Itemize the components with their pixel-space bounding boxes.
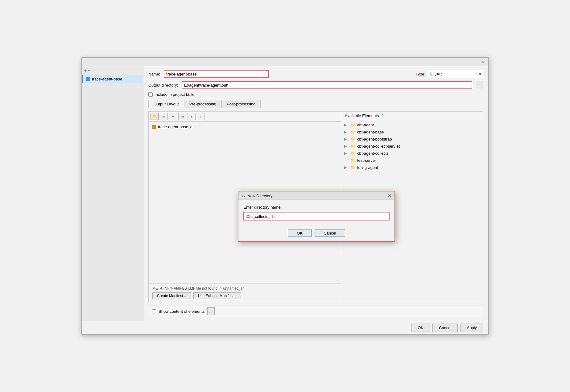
chevron-right-icon: ▶ — [344, 123, 349, 127]
type-select[interactable]: ⬡ JAR ▾ — [428, 70, 483, 78]
modal-close-button[interactable]: ✕ — [388, 193, 391, 198]
item-label: cbt-agent-collect-servlet — [357, 144, 400, 149]
manifest-message: META-INF/MANIFEST.MF file not found in '… — [152, 286, 337, 291]
modal-prompt: Enter directory name: — [243, 205, 390, 210]
add-icon: + — [163, 114, 165, 119]
type-select-value: JAR — [435, 72, 442, 76]
jar-name: trace-agent-base.jar — [158, 125, 194, 129]
modal-cancel-button[interactable]: Cancel — [315, 229, 345, 237]
folder-icon: 📁 — [350, 151, 355, 156]
folder-icon: 📁 — [350, 144, 355, 149]
chevron-right-icon: ▶ — [344, 130, 349, 134]
include-label[interactable]: Include in project build — [155, 92, 194, 97]
up-icon: ↑ — [191, 114, 193, 119]
folder-icon: 📁 — [350, 137, 355, 141]
folder-icon: 📁 — [350, 165, 355, 170]
use-existing-manifest-button[interactable]: Use Existing Manifest... — [193, 292, 241, 299]
name-label: Name: — [148, 72, 160, 76]
sidebar-item-label: trace-agent-base — [92, 77, 122, 81]
type-select-icon: ⬡ — [430, 72, 433, 76]
modal-body: Enter directory name: — [238, 200, 394, 228]
item-label: cbt-agent-collects — [357, 151, 389, 156]
new-directory-modal: 🗂 New Directory ✕ Enter directory name: … — [238, 191, 395, 242]
sort-button[interactable]: ↕z — [178, 113, 186, 120]
browse-button[interactable]: ... — [476, 81, 483, 89]
ok-button[interactable]: OK — [411, 324, 430, 332]
modal-title-bar: 🗂 New Directory ✕ — [238, 192, 394, 200]
modal-ok-button[interactable]: OK — [288, 229, 312, 237]
list-item[interactable]: ▶ 📁 cbt-agent-collect-servlet — [342, 143, 482, 150]
available-header: Available Elements ? — [341, 112, 483, 120]
create-manifest-button[interactable]: Create Manifest... — [152, 292, 191, 299]
list-item[interactable]: ▶ 📁 cbt-agent-base — [342, 129, 482, 136]
list-item[interactable]: ▶ 📁 tuling-agent — [342, 164, 482, 171]
bottom-bar: Show content of elements ... — [148, 305, 483, 317]
include-checkbox[interactable] — [148, 92, 153, 97]
include-checkbox-row: Include in project build — [148, 92, 483, 97]
type-container: Type: ⬡ JAR ▾ — [415, 70, 483, 78]
add-element-button[interactable]: + — [160, 113, 168, 120]
folder-icon: 📁 — [350, 123, 355, 127]
type-label: Type: — [415, 72, 425, 76]
sidebar-toolbar: + − — [82, 66, 143, 75]
title-bar: ✕ — [82, 58, 488, 66]
modal-title-content: 🗂 New Directory — [242, 193, 273, 198]
manifest-section: META-INF/MANIFEST.MF file not found in '… — [149, 284, 341, 302]
tab-pre-processing[interactable]: Pre-processing — [184, 100, 221, 108]
output-toolbar: 📁 + − ↕z ↑ — [149, 112, 341, 122]
tree-item[interactable]: J trace-agent-base.jar — [151, 124, 339, 130]
folder-icon: 📁 — [350, 158, 355, 163]
item-label: cbt-agent-bootstrap — [357, 137, 392, 141]
help-icon[interactable]: ? — [381, 113, 384, 118]
item-label: tuling-agent — [357, 165, 378, 170]
move-up-button[interactable]: ↑ — [188, 113, 196, 120]
chevron-down-icon: ▾ — [479, 72, 481, 76]
sidebar: + − trace-agent-base — [82, 66, 143, 321]
item-label: test-server — [357, 158, 376, 163]
close-button[interactable]: ✕ — [480, 59, 486, 65]
tab-post-processing[interactable]: Post-processing — [221, 100, 261, 108]
available-title: Available Elements — [345, 113, 379, 118]
manifest-buttons: Create Manifest... Use Existing Manifest… — [152, 292, 337, 299]
remove-artifact-button[interactable]: − — [88, 68, 90, 73]
directory-name-input[interactable] — [243, 212, 390, 221]
sort-icon: ↕z — [180, 114, 184, 119]
modal-icon: 🗂 — [242, 193, 246, 198]
chevron-right-icon: ▶ — [344, 144, 349, 148]
list-item[interactable]: ▶ 📁 test-server — [342, 157, 482, 164]
down-icon: ↓ — [200, 114, 202, 119]
list-item[interactable]: ▶ 📁 cbt-agent-bootstrap — [342, 136, 482, 143]
chevron-right-icon: ▶ — [344, 165, 349, 169]
dialog-footer: OK Cancel Apply — [82, 321, 488, 334]
list-item[interactable]: ▶ 📁 cbt-agent-collects — [342, 150, 482, 157]
show-content-label[interactable]: Show content of elements — [159, 309, 205, 314]
chevron-right-icon: ▶ — [344, 137, 349, 141]
item-label: cbt-agent-base — [357, 130, 384, 134]
apply-button[interactable]: Apply — [460, 324, 483, 332]
chevron-right-icon: ▶ — [344, 151, 349, 155]
cancel-button[interactable]: Cancel — [432, 324, 458, 332]
add-directory-button[interactable]: 📁 — [151, 113, 159, 120]
move-down-button[interactable]: ↓ — [197, 113, 205, 120]
folder-icon: 📁 — [152, 114, 157, 119]
list-item[interactable]: ▶ 📁 cbt-agent — [342, 121, 482, 129]
tabs-bar: Output Layout Pre-processing Post-proces… — [148, 100, 483, 108]
modal-title: New Directory — [247, 193, 273, 198]
folder-icon: 📁 — [350, 130, 355, 134]
add-artifact-button[interactable]: + — [84, 68, 87, 73]
show-content-checkbox[interactable] — [152, 309, 156, 313]
modal-footer: OK Cancel — [238, 228, 394, 241]
show-content-browse-button[interactable]: ... — [207, 307, 215, 315]
minus-icon: − — [172, 114, 174, 119]
output-dir-input[interactable] — [182, 81, 472, 89]
name-row: Name: Type: ⬡ JAR ▾ — [148, 70, 483, 78]
jar-icon: J — [152, 125, 156, 129]
output-dir-label: Output directory: — [148, 83, 178, 88]
artifact-icon — [86, 77, 90, 81]
remove-element-button[interactable]: − — [169, 113, 177, 120]
name-input[interactable] — [164, 70, 269, 78]
tab-output-layout[interactable]: Output Layout — [148, 100, 184, 108]
output-dir-row: Output directory: ... — [148, 81, 483, 89]
item-label: cbt-agent — [357, 123, 374, 127]
sidebar-item-trace-agent-base[interactable]: trace-agent-base — [82, 75, 143, 83]
